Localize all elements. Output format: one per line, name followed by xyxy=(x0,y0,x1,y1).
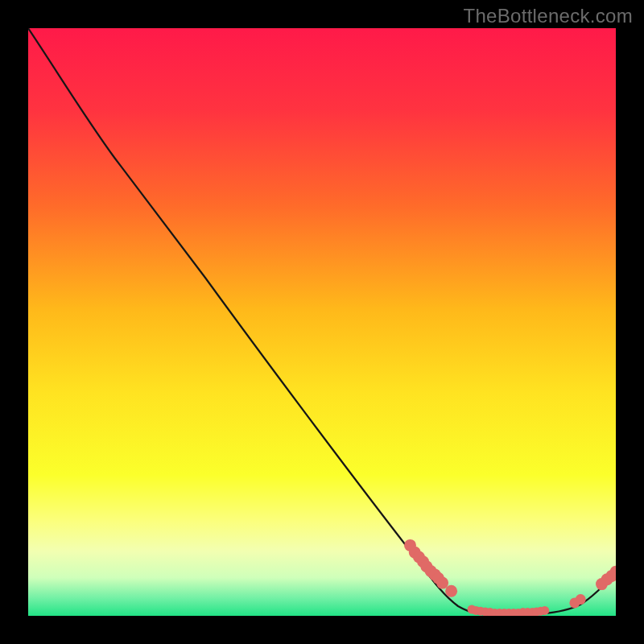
plot-area xyxy=(28,28,616,616)
scatter-point xyxy=(445,585,457,597)
scatter-point xyxy=(576,594,586,605)
scatter-point xyxy=(540,606,549,615)
scatter-points xyxy=(28,28,616,616)
watermark-text: TheBottleneck.com xyxy=(463,5,633,27)
chart-frame: TheBottleneck.com xyxy=(0,0,644,644)
scatter-point xyxy=(436,577,448,589)
